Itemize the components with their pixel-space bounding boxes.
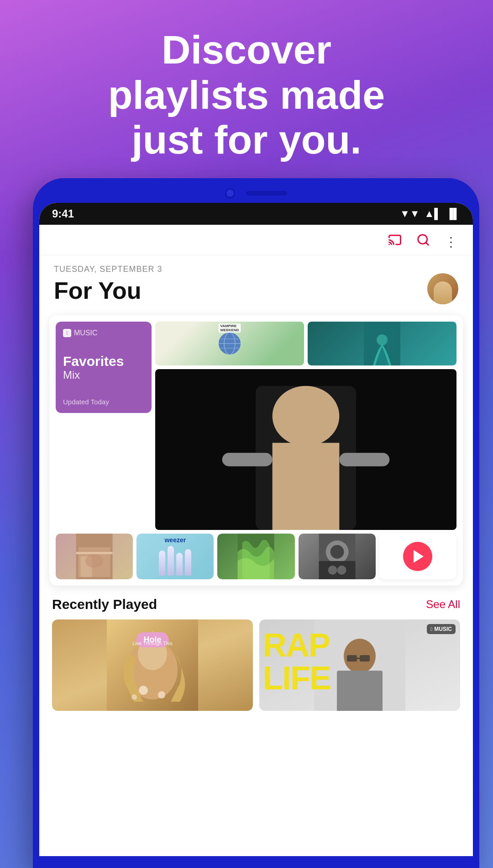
app-toolbar: ⋮ (39, 225, 473, 255)
status-bar: 9:41 ▼▼ ▲▌ ▐▌ (39, 203, 473, 225)
status-time: 9:41 (52, 207, 74, 220)
right-top-row: VAMPIREWEEKEND (155, 322, 456, 365)
svg-point-26 (328, 566, 337, 575)
svg-rect-38 (347, 655, 357, 662)
for-you-date: TUESDAY, SEPTEMBER 3 (54, 265, 162, 274)
wifi-icon: ▼▼ (400, 208, 420, 220)
status-icons: ▼▼ ▲▌ ▐▌ (400, 208, 460, 220)
battery-icon: ▐▌ (446, 208, 460, 220)
for-you-header: TUESDAY, SEPTEMBER 3 For You (39, 255, 473, 309)
recently-played-title: Recently Played (52, 597, 157, 612)
svg-rect-37 (337, 671, 383, 711)
favorites-mix-tile[interactable]:  MUSIC Favorites Mix Updated Today (56, 322, 152, 413)
album-art-billie[interactable] (155, 369, 456, 530)
svg-point-9 (377, 334, 388, 345)
svg-point-24 (330, 545, 344, 559)
phone-shell: 9:41 ▼▼ ▲▌ ▐▌ ⋮ (33, 178, 479, 868)
play-circle[interactable] (403, 542, 432, 571)
svg-point-32 (139, 686, 148, 695)
album-art-weezer[interactable]: weezer (136, 534, 214, 579)
search-icon[interactable] (416, 233, 430, 250)
album-hole[interactable]: Hole Live Through This (52, 619, 253, 711)
playlist-card[interactable]:  MUSIC Favorites Mix Updated Today (49, 315, 463, 586)
favorites-name: Favorites (63, 354, 144, 369)
apple-logo:  (63, 329, 71, 337)
svg-rect-39 (360, 655, 370, 662)
favorites-updated: Updated Today (63, 398, 144, 406)
svg-rect-13 (273, 443, 340, 530)
card-top-right: VAMPIREWEEKEND (155, 322, 456, 530)
see-all-button[interactable]: See All (426, 598, 460, 611)
play-triangle-icon (414, 550, 424, 563)
svg-point-20 (85, 554, 104, 568)
phone-notch (33, 178, 479, 203)
album-rap-life[interactable]: RAPLIFE  MUSIC (259, 619, 460, 711)
more-icon[interactable]: ⋮ (445, 234, 458, 249)
album-art-bw[interactable] (299, 534, 376, 579)
svg-point-27 (337, 566, 346, 575)
svg-point-12 (273, 386, 340, 446)
svg-point-34 (131, 694, 137, 700)
apple-music-badge:  MUSIC (427, 624, 456, 634)
for-you-title: For You (54, 277, 162, 304)
rap-life-label: RAPLIFE (263, 629, 330, 694)
card-top-row:  MUSIC Favorites Mix Updated Today (56, 322, 456, 530)
recently-played-section: Recently Played See All (39, 592, 473, 718)
main-headline: Discover playlists made just for you. (0, 27, 493, 163)
card-bottom-row: weezer (56, 534, 456, 579)
svg-line-2 (426, 243, 428, 245)
signal-icon: ▲▌ (424, 208, 441, 220)
favorites-type: Mix (63, 369, 144, 381)
svg-point-33 (158, 691, 165, 699)
section-header: Recently Played See All (52, 597, 460, 612)
cast-icon[interactable] (388, 233, 402, 250)
phone-speaker (246, 191, 287, 196)
svg-rect-19 (76, 552, 113, 554)
avatar[interactable] (427, 273, 458, 304)
album-art-green[interactable] (217, 534, 294, 579)
album-art-vampire[interactable]: VAMPIREWEEKEND (155, 322, 304, 365)
album-art-messy[interactable] (56, 534, 133, 579)
svg-rect-14 (222, 453, 273, 466)
phone-camera (225, 188, 235, 198)
svg-rect-15 (339, 453, 389, 466)
recent-grid: Hole Live Through This (52, 619, 460, 711)
apple-music-label:  MUSIC (63, 329, 144, 337)
album-art-hands[interactable] (308, 322, 456, 365)
phone-screen: 9:41 ▼▼ ▲▌ ▐▌ ⋮ (39, 203, 473, 856)
play-button[interactable] (379, 534, 456, 579)
